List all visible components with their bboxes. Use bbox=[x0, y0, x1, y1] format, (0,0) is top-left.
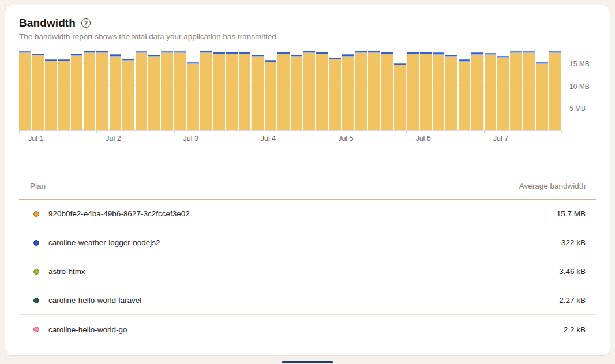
y-axis-tick-label: 10 MB bbox=[569, 82, 590, 91]
bar-segment-yellow bbox=[433, 55, 444, 130]
chart-bar[interactable] bbox=[355, 49, 367, 130]
bar-segment-yellow bbox=[407, 54, 418, 130]
plan-color-dot-icon bbox=[33, 327, 39, 332]
x-axis-tick-label: Jul 3 bbox=[183, 134, 198, 142]
bar-segment-yellow bbox=[187, 64, 198, 130]
chart-bar[interactable] bbox=[84, 49, 95, 130]
x-axis-tick-label: Jul 2 bbox=[106, 134, 121, 142]
bar-segment-yellow bbox=[329, 59, 341, 130]
chart-bar[interactable] bbox=[394, 49, 406, 130]
bar-segment-yellow bbox=[510, 53, 522, 130]
chart-bar[interactable] bbox=[122, 49, 134, 130]
chart-bar[interactable] bbox=[96, 49, 108, 130]
chart-bar[interactable] bbox=[278, 49, 289, 130]
chart-bar[interactable] bbox=[291, 49, 302, 130]
chart-bar[interactable] bbox=[32, 49, 43, 130]
bar-segment-yellow bbox=[536, 64, 548, 130]
chart-bar[interactable] bbox=[265, 49, 276, 130]
chart-bar[interactable] bbox=[161, 49, 172, 130]
chart-bar[interactable] bbox=[45, 49, 57, 130]
column-header-average-bandwidth: Average bandwidth bbox=[519, 182, 586, 190]
plan-color-dot-icon bbox=[33, 240, 39, 246]
chart-bar[interactable] bbox=[110, 49, 121, 130]
chart-bar[interactable] bbox=[174, 49, 186, 130]
bar-group bbox=[19, 49, 561, 130]
chart-bar[interactable] bbox=[485, 49, 496, 130]
bar-segment-yellow bbox=[278, 54, 289, 130]
x-axis-tick bbox=[174, 131, 175, 133]
x-axis-tick-label: Jul 4 bbox=[261, 134, 276, 142]
chart-bar[interactable] bbox=[316, 49, 328, 130]
bar-segment-yellow bbox=[523, 53, 535, 130]
x-axis-tick bbox=[19, 131, 20, 133]
x-axis-tick-label: Jul 1 bbox=[28, 134, 43, 142]
bar-segment-yellow bbox=[239, 54, 250, 130]
bar-segment-yellow bbox=[226, 54, 238, 130]
home-indicator bbox=[282, 361, 333, 363]
chart-bar[interactable] bbox=[58, 49, 69, 130]
bar-segment-yellow bbox=[110, 57, 121, 130]
bar-segment-yellow bbox=[459, 62, 470, 130]
table-row: caroline-hello-world-go2.2 kB bbox=[19, 315, 596, 344]
x-axis-tick-label: Jul 7 bbox=[493, 134, 508, 142]
chart-bar[interactable] bbox=[510, 49, 522, 130]
y-axis-tick-label: 15 MB bbox=[569, 60, 590, 68]
chart-bar[interactable] bbox=[471, 49, 483, 130]
chart-bar[interactable] bbox=[239, 49, 250, 130]
chart-bar[interactable] bbox=[381, 49, 392, 130]
bar-segment-yellow bbox=[32, 55, 43, 130]
chart-bar[interactable] bbox=[523, 49, 535, 130]
bar-segment-yellow bbox=[122, 61, 134, 130]
bar-segment-yellow bbox=[355, 53, 367, 130]
chart-bar[interactable] bbox=[420, 49, 432, 130]
plan-name: caroline-hello-world-go bbox=[48, 325, 127, 334]
chart-bar[interactable] bbox=[187, 49, 198, 130]
chart-bar[interactable] bbox=[148, 49, 160, 130]
chart-bar[interactable] bbox=[497, 49, 509, 130]
table-row: caroline-weather-logger-nodejs2322 kB bbox=[19, 228, 596, 257]
bandwidth-chart: 15 MB10 MB5 MB Jul 1Jul 2Jul 3Jul 4Jul 5… bbox=[19, 49, 596, 145]
bar-segment-yellow bbox=[445, 57, 457, 130]
chart-bar[interactable] bbox=[433, 49, 444, 130]
bar-segment-yellow bbox=[148, 57, 160, 130]
chart-bar[interactable] bbox=[303, 49, 315, 130]
table-header-row: Plan Average bandwidth bbox=[19, 177, 596, 200]
bar-segment-yellow bbox=[497, 58, 509, 130]
average-bandwidth-value: 3.46 kB bbox=[559, 267, 586, 276]
chart-bar[interactable] bbox=[213, 49, 224, 130]
bar-segment-yellow bbox=[471, 55, 483, 130]
chart-bar[interactable] bbox=[368, 49, 380, 130]
bar-segment-yellow bbox=[19, 53, 31, 130]
bar-segment-yellow bbox=[200, 53, 212, 130]
x-axis-tick bbox=[484, 131, 485, 133]
chart-bar[interactable] bbox=[329, 49, 341, 130]
table-body: 920b0fe2-e4ba-49b6-8627-3c2fccef3e0215.7… bbox=[19, 200, 596, 344]
x-axis-tick-label: Jul 6 bbox=[415, 134, 430, 142]
bar-segment-yellow bbox=[420, 54, 432, 130]
y-axis-tick-label: 5 MB bbox=[569, 104, 586, 112]
chart-bar[interactable] bbox=[200, 49, 212, 130]
chart-bar[interactable] bbox=[445, 49, 457, 130]
chart-bar[interactable] bbox=[226, 49, 238, 130]
plan-color-dot-icon bbox=[33, 269, 39, 275]
chart-plot-area bbox=[19, 49, 561, 131]
subtitle: The bandwidth report shows the total dat… bbox=[19, 32, 596, 41]
x-axis-tick bbox=[561, 131, 562, 133]
plan-name: astro-htmx bbox=[48, 267, 85, 276]
chart-bar[interactable] bbox=[549, 49, 561, 130]
chart-bar[interactable] bbox=[252, 49, 263, 130]
bar-segment-yellow bbox=[136, 53, 147, 130]
bar-segment-yellow bbox=[174, 53, 186, 130]
chart-bar[interactable] bbox=[407, 49, 418, 130]
chart-bar[interactable] bbox=[136, 49, 147, 130]
chart-bar[interactable] bbox=[71, 49, 82, 130]
chart-bar[interactable] bbox=[19, 49, 31, 130]
bar-segment-yellow bbox=[252, 57, 263, 130]
bar-segment-yellow bbox=[45, 61, 57, 130]
bar-segment-yellow bbox=[394, 65, 406, 130]
bar-segment-yellow bbox=[316, 54, 328, 130]
chart-bar[interactable] bbox=[536, 49, 548, 130]
chart-bar[interactable] bbox=[342, 49, 354, 130]
chart-bar[interactable] bbox=[459, 49, 470, 130]
help-icon[interactable]: ? bbox=[81, 18, 91, 28]
